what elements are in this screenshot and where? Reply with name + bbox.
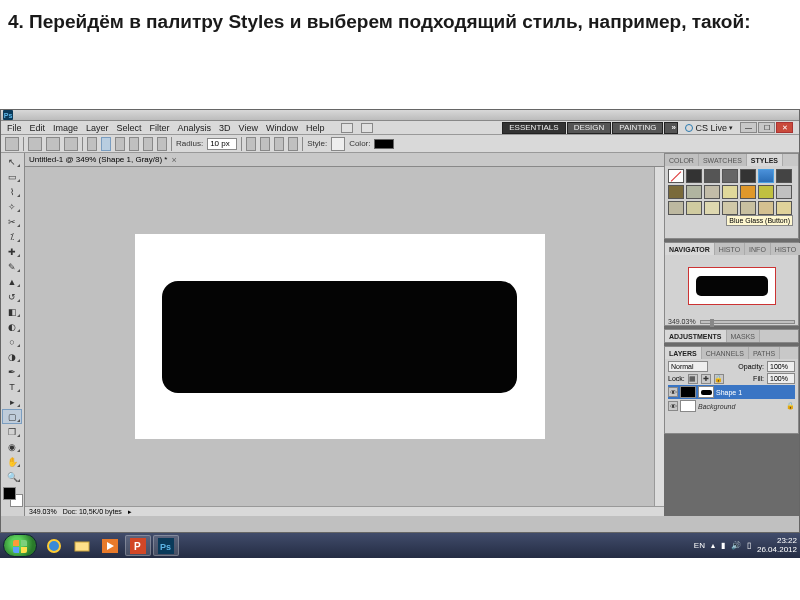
paths-icon[interactable] [46,137,60,151]
gradient-tool-icon[interactable]: ◐ [2,319,22,334]
workspace-essentials[interactable]: ESSENTIALS [502,122,565,134]
opacity-input[interactable]: 100% [767,361,795,372]
style-swatch[interactable] [722,201,738,215]
type-tool-icon[interactable]: T [2,379,22,394]
start-button[interactable] [3,534,37,557]
visibility-icon[interactable]: 👁 [668,387,678,397]
taskbar-powerpoint-icon[interactable]: P [125,535,151,556]
tab-info[interactable]: INFO [745,243,771,255]
style-swatch[interactable] [776,201,792,215]
nav-zoom[interactable]: 349.03% [668,318,696,325]
tab-histogram[interactable]: HISTO [715,243,745,255]
cslive-button[interactable]: CS Live▾ [685,123,733,133]
shape-layers-icon[interactable] [28,137,42,151]
layer-shape-1[interactable]: 👁 Shape 1 [668,385,795,399]
menu-3d[interactable]: 3D [219,123,231,133]
style-swatch[interactable] [758,201,774,215]
lock-position-icon[interactable]: ✚ [701,374,711,384]
menu-image[interactable]: Image [53,123,78,133]
close-tab-icon[interactable]: × [171,155,176,165]
style-swatch[interactable] [722,185,738,199]
tab-navigator[interactable]: NAVIGATOR [665,243,715,255]
tab-paths[interactable]: PATHS [749,347,780,359]
tray-sound-icon[interactable]: 🔊 [731,541,741,550]
style-swatch[interactable] [740,169,756,183]
style-dropdown[interactable] [331,137,345,151]
combine-add-icon[interactable] [246,137,256,151]
tab-layers[interactable]: LAYERS [665,347,702,359]
path-select-tool-icon[interactable]: ▸ [2,394,22,409]
style-swatch[interactable] [704,185,720,199]
style-swatch[interactable] [740,201,756,215]
custom-shape-icon[interactable] [157,137,167,151]
move-tool-icon[interactable]: ↖ [2,154,22,169]
menu-filter[interactable]: Filter [150,123,170,133]
style-swatch[interactable] [776,185,792,199]
combine-exclude-icon[interactable] [288,137,298,151]
style-swatch[interactable] [758,185,774,199]
zoom-level[interactable]: 349.03% [29,508,57,515]
3d-tool-icon[interactable]: ❒ [2,424,22,439]
menu-file[interactable]: File [7,123,22,133]
zoom-tool-icon[interactable]: 🔍 [2,469,22,484]
rect-shape-icon[interactable] [87,137,97,151]
tray-network-icon[interactable]: ▮ [721,541,725,550]
tray-lang[interactable]: EN [694,541,705,550]
minimize-button[interactable]: — [740,122,757,133]
style-swatch[interactable] [776,169,792,183]
tool-preset-icon[interactable] [5,137,19,151]
brush-tool-icon[interactable]: ✎ [2,259,22,274]
combine-subtract-icon[interactable] [260,137,270,151]
close-button[interactable]: ✕ [776,122,793,133]
combine-intersect-icon[interactable] [274,137,284,151]
shape-tool-icon[interactable]: ▢ [2,409,22,424]
style-swatch[interactable] [686,185,702,199]
tab-adjustments[interactable]: ADJUSTMENTS [665,330,727,342]
doc-info[interactable]: Doc: 10,5K/0 bytes [63,508,122,515]
style-swatch[interactable] [722,169,738,183]
tray-date[interactable]: 26.04.2012 [757,546,797,554]
style-none[interactable] [668,169,684,183]
tray-battery-icon[interactable]: ▯ [747,541,751,550]
style-swatch[interactable] [704,169,720,183]
menu-help[interactable]: Help [306,123,325,133]
3d-camera-tool-icon[interactable]: ◉ [2,439,22,454]
layout-icon[interactable] [341,123,353,133]
menu-select[interactable]: Select [117,123,142,133]
stamp-tool-icon[interactable]: ▲ [2,274,22,289]
tab-masks[interactable]: MASKS [727,330,761,342]
menu-window[interactable]: Window [266,123,298,133]
style-swatch[interactable] [704,201,720,215]
taskbar-photoshop-icon[interactable]: Ps [153,535,179,556]
vertical-scrollbar[interactable] [654,167,664,506]
history-brush-tool-icon[interactable]: ↺ [2,289,22,304]
tab-swatches[interactable]: SWATCHES [699,154,747,166]
ellipse-shape-icon[interactable] [115,137,125,151]
tab-color[interactable]: COLOR [665,154,699,166]
line-shape-icon[interactable] [143,137,153,151]
menu-analysis[interactable]: Analysis [178,123,212,133]
lock-all-icon[interactable]: 🔒 [714,374,724,384]
menu-edit[interactable]: Edit [30,123,46,133]
taskbar-ie-icon[interactable] [41,535,67,556]
crop-tool-icon[interactable]: ✂ [2,214,22,229]
blur-tool-icon[interactable]: ○ [2,334,22,349]
lasso-tool-icon[interactable]: ⌇ [2,184,22,199]
screen-mode-icon[interactable] [361,123,373,133]
canvas-area[interactable] [25,167,654,506]
taskbar-media-icon[interactable] [97,535,123,556]
taskbar-explorer-icon[interactable] [69,535,95,556]
style-swatch[interactable] [686,201,702,215]
style-swatch[interactable] [668,185,684,199]
document-tab[interactable]: Untitled-1 @ 349% (Shape 1, Gray/8) *× [25,153,664,167]
style-swatch[interactable] [668,201,684,215]
layer-background[interactable]: 👁 Background 🔒 [668,399,795,413]
blend-mode-select[interactable]: Normal [668,361,708,372]
eraser-tool-icon[interactable]: ◧ [2,304,22,319]
tab-styles[interactable]: STYLES [747,154,783,166]
fill-pixels-icon[interactable] [64,137,78,151]
marquee-tool-icon[interactable]: ▭ [2,169,22,184]
radius-input[interactable]: 10 px [207,138,237,150]
menu-view[interactable]: View [239,123,258,133]
rounded-rect-shape-icon[interactable] [101,137,111,151]
